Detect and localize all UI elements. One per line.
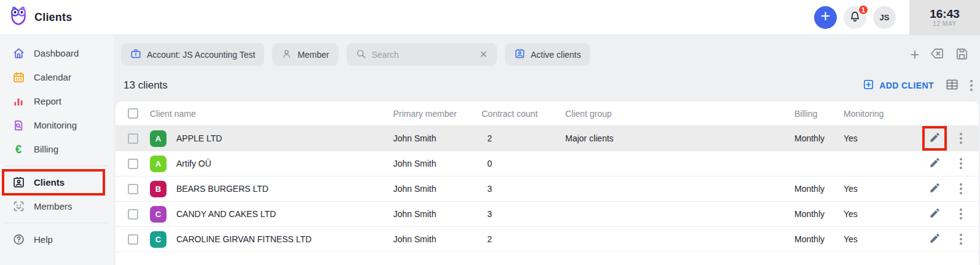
add-client-button[interactable]: ADD CLIENT: [863, 79, 934, 92]
primary-member-value: John Smith: [393, 234, 482, 244]
members-face-icon: [12, 200, 25, 213]
client-name[interactable]: Artify OÜ: [176, 159, 211, 168]
kebab-menu-icon: [970, 80, 973, 91]
table-columns-button[interactable]: [945, 77, 959, 93]
edit-client-button[interactable]: [924, 178, 945, 199]
table-row[interactable]: B BEARS BURGERS LTD John Smith 3 Monthly…: [116, 176, 979, 202]
row-checkbox[interactable]: [128, 133, 138, 144]
table-grid-icon: [945, 77, 959, 93]
client-avatar: A: [150, 130, 167, 147]
contract-count-value: 2: [482, 234, 565, 244]
table-row[interactable]: A Artify OÜ John Smith 0: [116, 151, 979, 176]
edit-client-button[interactable]: [924, 229, 945, 250]
account-filter-chip[interactable]: Account: JS Accounting Test: [121, 43, 264, 66]
add-filter-button[interactable]: +: [910, 47, 919, 62]
pencil-icon: [929, 132, 941, 145]
account-filter-label: Account: JS Accounting Test: [147, 50, 255, 60]
clear-search-icon[interactable]: ✕: [477, 49, 487, 60]
row-menu-button[interactable]: [951, 128, 971, 149]
sidebar-item-billing[interactable]: € Billing: [0, 137, 114, 161]
page-title: Clients: [34, 11, 72, 24]
client-name[interactable]: BEARS BURGERS LTD: [176, 184, 269, 194]
edit-client-button[interactable]: [924, 204, 945, 224]
monitoring-value: Yes: [844, 234, 916, 244]
billing-value: Monthly: [794, 133, 844, 143]
list-menu-button[interactable]: [970, 80, 973, 91]
row-checkbox[interactable]: [128, 184, 138, 194]
primary-member-value: John Smith: [393, 159, 482, 168]
client-name[interactable]: APPLE LTD: [176, 133, 222, 143]
row-checkbox[interactable]: [128, 209, 138, 220]
sidebar-item-dashboard[interactable]: Dashboard: [0, 41, 114, 65]
column-header-billing[interactable]: Billing: [794, 109, 844, 119]
row-checkbox[interactable]: [128, 234, 138, 245]
select-all-checkbox[interactable]: [128, 108, 138, 119]
sidebar-item-help[interactable]: Help: [0, 227, 114, 251]
member-filter-label: Member: [297, 50, 329, 60]
calendar-icon: [12, 71, 25, 84]
column-header-client-group[interactable]: Client group: [565, 109, 794, 119]
sidebar-divider: [5, 165, 109, 166]
sidebar-item-label: Help: [34, 234, 53, 245]
column-header-monitoring[interactable]: Monitoring: [844, 109, 916, 119]
add-client-label: ADD CLIENT: [879, 81, 934, 90]
clock-panel: 16:43 12 MAY: [909, 0, 980, 35]
sidebar-item-label: Billing: [34, 144, 58, 154]
member-filter-chip[interactable]: Member: [272, 43, 338, 66]
owl-logo-icon: [9, 6, 28, 29]
column-header-primary-member[interactable]: Primary member: [393, 109, 482, 119]
billing-value: Monthly: [794, 234, 844, 244]
sidebar-item-label: Dashboard: [34, 48, 79, 58]
search-box[interactable]: ✕: [347, 43, 497, 66]
client-name[interactable]: CAROLINE GIRVAN FITNESS LTD: [176, 234, 312, 244]
sidebar-item-members[interactable]: Members: [0, 194, 114, 218]
save-view-button[interactable]: [955, 47, 969, 63]
user-avatar[interactable]: JS: [873, 6, 896, 29]
edit-annotation-area: [922, 176, 947, 201]
sidebar-item-monitoring[interactable]: Monitoring: [0, 113, 114, 137]
sidebar-item-report[interactable]: Report: [0, 89, 114, 113]
row-menu-button[interactable]: [951, 178, 971, 199]
row-menu-button[interactable]: [951, 229, 971, 250]
table-row[interactable]: C CAROLINE GIRVAN FITNESS LTD John Smith…: [116, 227, 979, 252]
monitoring-value: Yes: [844, 184, 916, 194]
row-checkbox[interactable]: [128, 159, 138, 169]
sidebar-item-label: Calendar: [34, 72, 71, 82]
notifications-button[interactable]: 1: [844, 6, 866, 29]
report-bars-icon: [12, 95, 25, 108]
sidebar-item-clients[interactable]: Clients: [0, 170, 114, 194]
edit-annotation-area: [922, 202, 947, 226]
primary-member-value: John Smith: [393, 184, 482, 194]
pencil-icon: [929, 157, 941, 170]
notification-badge: 1: [858, 4, 869, 15]
billing-euro-icon: €: [12, 143, 25, 155]
row-menu-button[interactable]: [951, 153, 971, 174]
global-add-button[interactable]: +: [814, 6, 837, 29]
clock-time: 16:43: [930, 7, 960, 21]
sidebar-item-calendar[interactable]: Calendar: [0, 65, 114, 89]
search-input[interactable]: [372, 50, 472, 60]
plus-square-icon: [863, 79, 874, 92]
edit-client-button[interactable]: [924, 153, 945, 174]
contract-count-value: 3: [482, 184, 565, 194]
client-avatar: C: [150, 231, 167, 248]
kebab-menu-icon: [960, 208, 962, 220]
pencil-icon: [929, 232, 941, 246]
sidebar-item-label: Clients: [34, 177, 65, 188]
clients-card-icon: [12, 176, 25, 189]
column-header-contract-count[interactable]: Contract count: [482, 109, 565, 119]
clear-filters-button[interactable]: [930, 46, 944, 63]
active-clients-card-icon: [514, 48, 525, 61]
clients-table: Client name Primary member Contract coun…: [116, 101, 979, 265]
clock-date: 12 MAY: [933, 20, 956, 27]
save-floppy-icon: [955, 47, 969, 63]
client-name[interactable]: CANDY AND CAKES LTD: [176, 209, 276, 219]
row-menu-button[interactable]: [951, 204, 971, 224]
sidebar-item-label: Report: [34, 96, 61, 106]
edit-client-button[interactable]: [925, 128, 944, 149]
table-row[interactable]: C CANDY AND CAKES LTD John Smith 3 Month…: [116, 202, 979, 227]
client-count: 13 clients: [121, 79, 168, 92]
active-clients-filter-chip[interactable]: Active clients: [505, 43, 590, 66]
table-row[interactable]: A APPLE LTD John Smith 2 Major clients M…: [116, 126, 979, 151]
column-header-client-name[interactable]: Client name: [150, 109, 393, 119]
